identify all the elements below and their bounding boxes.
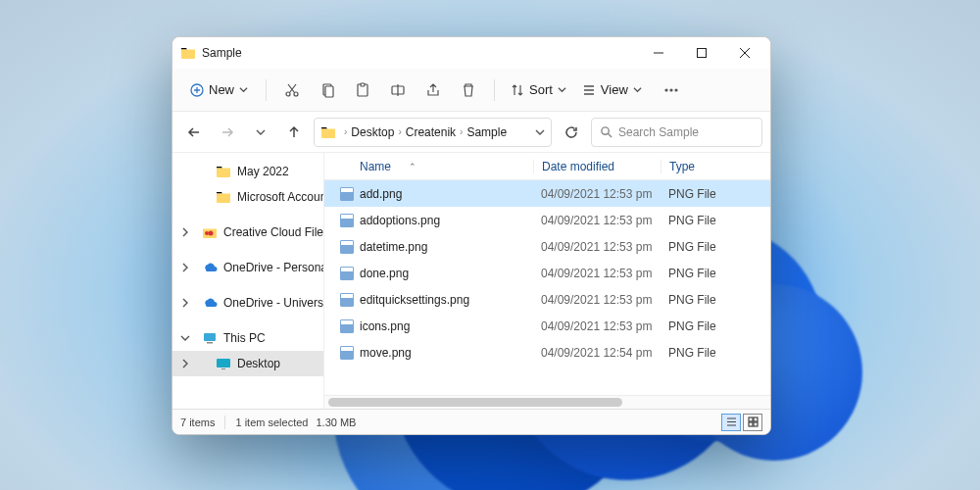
file-type: PNG File [661, 214, 770, 227]
back-button[interactable] [180, 119, 208, 146]
refresh-button[interactable] [558, 119, 585, 146]
svg-rect-20 [754, 417, 758, 421]
file-type: PNG File [661, 240, 770, 254]
chevron-down-icon[interactable] [535, 127, 545, 137]
svg-rect-22 [754, 422, 758, 426]
svg-rect-5 [325, 86, 333, 97]
rename-button[interactable] [382, 74, 414, 106]
delete-button[interactable] [453, 74, 484, 106]
search-icon [600, 125, 612, 138]
file-name: addoptions.png [360, 214, 440, 227]
status-selection: 1 item selected [235, 416, 308, 428]
svg-point-3 [294, 92, 298, 96]
svg-rect-7 [361, 83, 365, 86]
file-name: add.png [360, 187, 402, 201]
breadcrumb-part[interactable]: Createnik [406, 125, 456, 139]
image-file-icon [340, 346, 354, 360]
column-name[interactable]: Name⌃ [332, 160, 533, 173]
file-explorer-window: Sample New Sort View [172, 36, 771, 435]
file-row[interactable]: datetime.png04/09/2021 12:53 pmPNG File [324, 233, 770, 260]
image-file-icon [340, 267, 354, 280]
chevron-down-icon [558, 85, 566, 94]
image-file-icon [340, 214, 354, 227]
sidebar: May 2022 Microsoft Account Creative Clou… [172, 153, 324, 409]
plus-circle-icon [190, 83, 204, 97]
file-row[interactable]: move.png04/09/2021 12:54 pmPNG File [324, 339, 770, 366]
minimize-button[interactable] [637, 37, 680, 69]
up-button[interactable] [280, 119, 308, 146]
file-date: 04/09/2021 12:53 pm [533, 240, 661, 254]
status-size: 1.30 MB [316, 416, 356, 428]
svg-point-14 [209, 231, 214, 236]
svg-rect-17 [217, 359, 230, 368]
breadcrumb-part[interactable]: Desktop [351, 125, 394, 139]
view-icon [582, 83, 596, 97]
details-view-button[interactable] [721, 414, 741, 431]
svg-point-9 [665, 89, 667, 91]
search-input[interactable]: Search Sample [591, 118, 762, 147]
folder-icon [320, 124, 336, 140]
forward-button[interactable] [214, 119, 241, 146]
file-type: PNG File [661, 346, 770, 360]
column-type[interactable]: Type [661, 160, 770, 173]
maximize-button[interactable] [680, 37, 723, 69]
file-name: icons.png [360, 319, 410, 333]
file-name: editquicksettings.png [360, 293, 469, 307]
file-list: Name⌃ Date modified Type add.png04/09/20… [324, 153, 770, 409]
file-type: PNG File [661, 319, 770, 333]
column-headers: Name⌃ Date modified Type [324, 153, 770, 180]
share-button[interactable] [417, 74, 449, 106]
sidebar-item-desktop[interactable]: Desktop [172, 351, 323, 376]
file-row[interactable]: done.png04/09/2021 12:53 pmPNG File [324, 260, 770, 286]
file-date: 04/09/2021 12:53 pm [533, 319, 661, 333]
toolbar: New Sort View [172, 69, 770, 112]
sidebar-item[interactable]: May 2022 [172, 159, 323, 184]
icons-view-button[interactable] [743, 414, 762, 431]
folder-icon [180, 45, 196, 61]
svg-rect-15 [204, 333, 216, 341]
file-name: move.png [360, 346, 412, 360]
sidebar-item-creative-cloud[interactable]: Creative Cloud Files [172, 220, 323, 245]
file-date: 04/09/2021 12:53 pm [533, 214, 661, 227]
file-row[interactable]: editquicksettings.png04/09/2021 12:53 pm… [324, 286, 770, 313]
file-row[interactable]: addoptions.png04/09/2021 12:53 pmPNG Fil… [324, 207, 770, 233]
more-button[interactable] [656, 74, 687, 106]
svg-rect-19 [749, 417, 753, 421]
svg-rect-18 [221, 368, 225, 369]
svg-point-12 [602, 127, 609, 134]
sidebar-item-this-pc[interactable]: This PC [172, 325, 323, 351]
address-bar[interactable]: › Desktop › Createnik › Sample [314, 118, 552, 147]
sidebar-item-onedrive[interactable]: OneDrive - University of t [172, 290, 323, 316]
svg-point-2 [286, 92, 290, 96]
sort-button[interactable]: Sort [505, 78, 572, 101]
close-button[interactable] [723, 37, 766, 69]
titlebar[interactable]: Sample [172, 37, 770, 69]
file-date: 04/09/2021 12:53 pm [533, 293, 661, 307]
file-date: 04/09/2021 12:53 pm [533, 267, 661, 280]
sidebar-item[interactable]: Microsoft Account [172, 184, 323, 210]
sidebar-item-onedrive[interactable]: OneDrive - Personal [172, 255, 323, 280]
image-file-icon [340, 187, 354, 201]
recent-button[interactable] [247, 119, 274, 146]
breadcrumb-part[interactable]: Sample [466, 125, 507, 139]
status-count: 7 items [180, 416, 215, 428]
svg-rect-0 [698, 49, 707, 58]
svg-rect-21 [749, 422, 753, 426]
sort-asc-icon: ⌃ [409, 162, 416, 172]
horizontal-scrollbar[interactable] [324, 395, 770, 409]
file-type: PNG File [661, 267, 770, 280]
file-type: PNG File [661, 187, 770, 201]
chevron-down-icon [633, 85, 642, 94]
copy-button[interactable] [312, 74, 343, 106]
file-row[interactable]: add.png04/09/2021 12:53 pmPNG File [324, 180, 770, 207]
image-file-icon [340, 293, 354, 307]
file-row[interactable]: icons.png04/09/2021 12:53 pmPNG File [324, 313, 770, 339]
svg-point-13 [205, 231, 209, 235]
column-date[interactable]: Date modified [533, 160, 661, 173]
new-button[interactable]: New [182, 78, 256, 101]
file-name: done.png [360, 267, 409, 280]
cut-button[interactable] [276, 74, 308, 106]
view-button[interactable]: View [576, 78, 648, 101]
sort-icon [511, 83, 524, 97]
paste-button[interactable] [347, 74, 378, 106]
